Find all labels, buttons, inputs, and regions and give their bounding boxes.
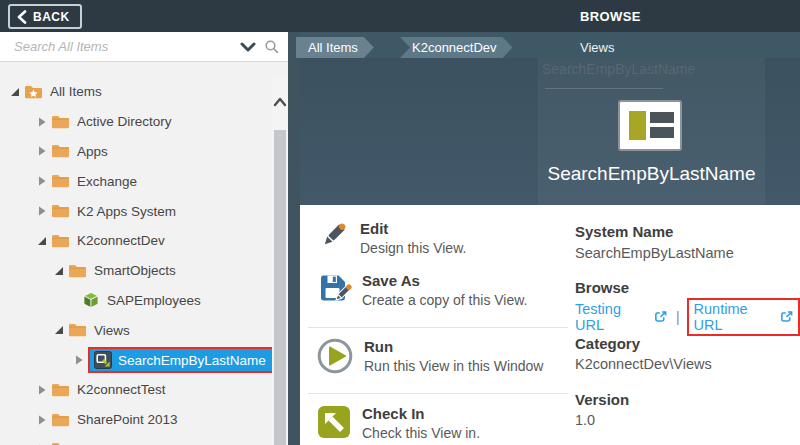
tree-expanded-icon[interactable] [37, 236, 47, 246]
folder-icon [51, 412, 70, 428]
tree-collapsed-icon[interactable] [37, 176, 47, 186]
action-save-as[interactable]: Save As Create a copy of this View. [316, 271, 528, 310]
tree-collapsed-icon[interactable] [37, 117, 47, 127]
tree-item-label: SharePoint 2013 [77, 412, 178, 427]
star-folder-icon [24, 84, 43, 100]
tree-item-active-directory[interactable]: Active Directory [0, 107, 272, 137]
folder-icon [51, 203, 70, 219]
tree-item-apps[interactable]: Apps [0, 137, 272, 167]
action-title: Edit [360, 219, 466, 238]
version-label: Version [575, 391, 629, 408]
runtime-url-label: Runtime URL [694, 301, 775, 333]
action-check-in[interactable]: Check In Check this View in. [316, 404, 480, 443]
tree-item-searchempbylastname[interactable]: SearchEmpByLastName [0, 345, 272, 375]
tree-item-label: SearchEmpByLastName [118, 353, 266, 368]
tree-item-exchange[interactable]: Exchange [0, 166, 272, 196]
folder-icon [51, 441, 70, 445]
arrow-up-left-icon [316, 404, 352, 440]
external-link-icon [654, 310, 667, 324]
action-title: Run [364, 337, 543, 356]
version-value: 1.0 [575, 412, 595, 428]
action-divider [308, 327, 568, 328]
testing-url-link[interactable]: Testing URL [575, 301, 667, 333]
view-large-icon [618, 100, 682, 151]
search-input[interactable] [0, 32, 232, 61]
breadcrumb: All Items K2connectDev Views [300, 32, 800, 58]
header-ghost-line [545, 88, 663, 89]
system-name-value: SearchEmpByLastName [575, 245, 734, 261]
testing-url-label: Testing URL [575, 301, 649, 333]
tree-item-label: K2 Apps System [77, 204, 176, 219]
folder-icon [68, 322, 87, 338]
tree-item-smartobjects[interactable]: SmartObjects [0, 256, 272, 286]
folder-icon [51, 382, 70, 398]
pencil-icon [316, 219, 350, 253]
search-icon[interactable] [264, 39, 280, 55]
category-value: K2connectDev\Views [575, 356, 712, 372]
search-scope-chevron-down-icon[interactable] [240, 39, 256, 55]
play-circle-icon [316, 337, 354, 375]
tree-item-label: Exchange [77, 174, 137, 189]
tree-item-label: All Items [50, 84, 102, 99]
tree-item-sapemployees[interactable]: SAPEmployees [0, 286, 272, 316]
item-header-banner: SearchEmpByLastName SearchEmpByLastName [300, 58, 800, 205]
item-title: SearchEmpByLastName [538, 163, 765, 185]
external-link-icon [780, 310, 793, 324]
tree-item-k2-apps-system[interactable]: K2 Apps System [0, 196, 272, 226]
tree-expanded-icon[interactable] [10, 87, 20, 97]
view-icon-dark-bar [650, 127, 674, 138]
tree-item-label: Views [94, 323, 130, 338]
tree-item-sharepoint-2013[interactable]: SharePoint 2013 [0, 405, 272, 435]
view-icon-dark-bar [650, 112, 674, 123]
smartobject-cube-icon [82, 291, 100, 309]
tree-collapsed-icon[interactable] [37, 206, 47, 216]
tree-item-label: SAPEmployees [107, 293, 201, 308]
tree-item-label: SmartObjects [94, 263, 176, 278]
browse-links: Testing URL | Runtime URL [575, 298, 800, 336]
scroll-up-chevron-icon[interactable] [273, 95, 287, 111]
tree-item-label: Active Directory [77, 114, 172, 129]
folder-icon [51, 173, 70, 189]
tree-item-label: K2connectTest [77, 382, 166, 397]
tree-collapsed-icon[interactable] [74, 355, 84, 365]
tree-item-all-items[interactable]: All Items [0, 77, 272, 107]
action-run[interactable]: Run Run this View in this Window [316, 337, 543, 376]
action-subtitle: Design this View. [360, 238, 466, 258]
chevron-left-icon [17, 10, 27, 24]
view-icon [94, 351, 112, 369]
tree-item-label: K2connectDev [77, 233, 165, 248]
breadcrumb-item-views[interactable]: Views [580, 37, 614, 58]
scrollbar-thumb[interactable] [274, 130, 286, 445]
runtime-url-link[interactable]: Runtime URL [694, 301, 793, 333]
view-icon-olive-bar [629, 111, 646, 140]
tree-scrollbar[interactable] [272, 77, 288, 445]
breadcrumb-item-all-items[interactable]: All Items [296, 37, 374, 58]
selected-item-annotation-box: SearchEmpByLastName [88, 347, 276, 373]
tree-item-label: Apps [77, 144, 108, 159]
tree-collapsed-icon[interactable] [37, 146, 47, 156]
back-button[interactable]: BACK [8, 4, 82, 29]
action-subtitle: Check this View in. [362, 423, 480, 443]
link-separator: | [676, 309, 680, 325]
k2-designer-window: BACK BROWSE All Items Active Directory [0, 0, 800, 445]
tree-expanded-icon[interactable] [54, 325, 64, 335]
tree-collapsed-icon[interactable] [37, 415, 47, 425]
tree-item-partial[interactable] [0, 435, 272, 445]
item-detail-panel: Edit Design this View. Save As Create a … [300, 205, 800, 445]
tree-item-views[interactable]: Views [0, 315, 272, 345]
tree-item-k2connecttest[interactable]: K2connectTest [0, 375, 272, 405]
tab-browse[interactable]: BROWSE [580, 9, 641, 24]
top-bar: BACK BROWSE [0, 0, 800, 32]
folder-icon [68, 263, 87, 279]
header-ghost-text: SearchEmpByLastName [542, 61, 695, 77]
back-button-label: BACK [33, 10, 70, 24]
category-label: Category [575, 335, 640, 352]
tree-expanded-icon[interactable] [54, 266, 64, 276]
search-bar [0, 32, 288, 62]
browser-tree-panel: All Items Active Directory Apps Exchange [0, 32, 288, 445]
browse-label: Browse [575, 279, 629, 296]
tree-item-k2connectdev[interactable]: K2connectDev [0, 226, 272, 256]
breadcrumb-item-k2connectdev[interactable]: K2connectDev [400, 37, 513, 58]
tree-collapsed-icon[interactable] [37, 385, 47, 395]
action-edit[interactable]: Edit Design this View. [316, 219, 466, 258]
